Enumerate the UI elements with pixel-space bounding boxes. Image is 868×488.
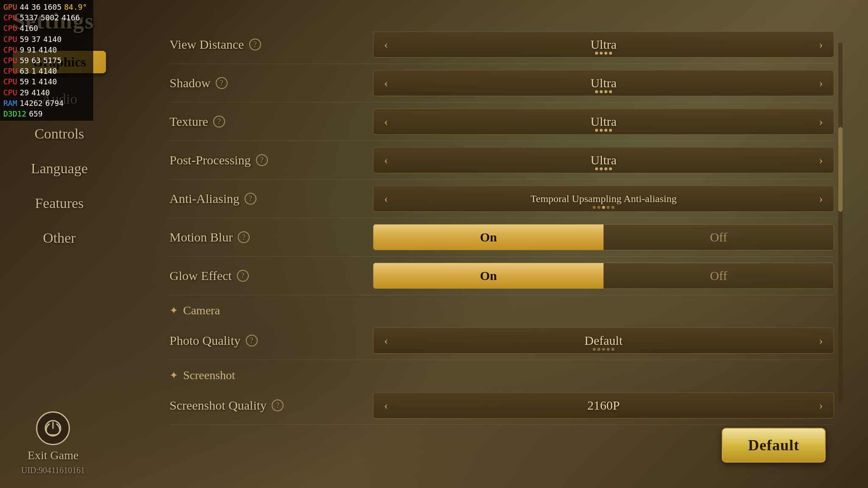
screenshot-section-label: Screenshot bbox=[183, 369, 235, 382]
shadow-prev[interactable]: ‹ bbox=[373, 70, 399, 96]
screenshot-quality-selector[interactable]: ‹ 2160P › bbox=[373, 392, 834, 419]
shadow-help[interactable]: ? bbox=[216, 77, 228, 89]
dot bbox=[593, 348, 596, 351]
view-distance-next[interactable]: › bbox=[808, 32, 834, 57]
post-processing-next[interactable]: › bbox=[808, 147, 834, 173]
anti-aliasing-value: Temporal Upsampling Anti-aliasing bbox=[399, 193, 808, 205]
photo-quality-selector[interactable]: ‹ Default › bbox=[373, 327, 834, 354]
dot bbox=[595, 167, 598, 170]
dot bbox=[595, 129, 598, 132]
shadow-row: Shadow ? ‹ Ultra › bbox=[170, 64, 834, 103]
photo-quality-label: Photo Quality ? bbox=[170, 333, 373, 348]
view-distance-selector[interactable]: ‹ Ultra › bbox=[373, 31, 834, 58]
texture-prev[interactable]: ‹ bbox=[373, 109, 399, 134]
glow-effect-row: Glow Effect ? On Off bbox=[170, 257, 834, 295]
dot bbox=[595, 52, 598, 55]
main-content: View Distance ? ‹ Ultra › Shadow ? bbox=[119, 0, 868, 488]
view-distance-prev[interactable]: ‹ bbox=[373, 32, 399, 57]
anti-aliasing-help[interactable]: ? bbox=[245, 193, 256, 205]
sidebar-item-controls[interactable]: Controls bbox=[0, 116, 119, 151]
photo-quality-row: Photo Quality ? ‹ Default › bbox=[170, 322, 834, 360]
motion-blur-help[interactable]: ? bbox=[238, 231, 250, 243]
shadow-value: Ultra bbox=[399, 76, 808, 90]
camera-section-label: Camera bbox=[183, 304, 220, 317]
anti-aliasing-row: Anti-Aliasing ? ‹ Temporal Upsampling An… bbox=[170, 180, 834, 218]
photo-quality-next[interactable]: › bbox=[808, 328, 834, 353]
dot bbox=[612, 348, 615, 351]
photo-quality-prev[interactable]: ‹ bbox=[373, 328, 399, 353]
screenshot-quality-next[interactable]: › bbox=[808, 393, 834, 418]
screenshot-quality-prev[interactable]: ‹ bbox=[373, 393, 399, 418]
dot bbox=[612, 206, 615, 209]
screenshot-section-header: ✦ Screenshot bbox=[170, 360, 834, 386]
screenshot-quality-label: Screenshot Quality ? bbox=[170, 398, 373, 413]
post-processing-label: Post-Processing ? bbox=[170, 153, 373, 167]
glow-effect-on[interactable]: On bbox=[373, 263, 604, 288]
anti-aliasing-next[interactable]: › bbox=[808, 186, 834, 211]
glow-effect-off[interactable]: Off bbox=[604, 263, 834, 288]
motion-blur-toggle: On Off bbox=[373, 224, 834, 250]
motion-blur-label: Motion Blur ? bbox=[170, 230, 373, 244]
shadow-next[interactable]: › bbox=[808, 70, 834, 96]
dot bbox=[600, 52, 603, 55]
camera-section-header: ✦ Camera bbox=[170, 295, 834, 322]
dot bbox=[600, 167, 603, 170]
dot bbox=[595, 90, 598, 93]
settings-panel: Settings Graphics Audio Controls Languag… bbox=[0, 0, 868, 488]
dot bbox=[604, 52, 607, 55]
texture-label: Texture ? bbox=[170, 114, 373, 129]
texture-next[interactable]: › bbox=[808, 109, 834, 134]
dot bbox=[609, 90, 612, 93]
camera-diamond: ✦ bbox=[170, 305, 178, 316]
sidebar-item-features[interactable]: Features bbox=[0, 186, 119, 221]
dot bbox=[593, 206, 596, 209]
texture-row: Texture ? ‹ Ultra › bbox=[170, 103, 834, 141]
view-distance-value: Ultra bbox=[399, 37, 808, 52]
anti-aliasing-selector[interactable]: ‹ Temporal Upsampling Anti-aliasing › bbox=[373, 186, 834, 212]
motion-blur-on[interactable]: On bbox=[373, 225, 604, 250]
texture-help[interactable]: ? bbox=[213, 116, 225, 128]
post-processing-selector[interactable]: ‹ Ultra › bbox=[373, 147, 834, 173]
dot bbox=[609, 52, 612, 55]
view-distance-row: View Distance ? ‹ Ultra › bbox=[170, 25, 834, 64]
performance-hud: GPU4436160584.9° CPU533750024166 CPU4160… bbox=[0, 0, 93, 121]
motion-blur-row: Motion Blur ? On Off bbox=[170, 218, 834, 257]
texture-value: Ultra bbox=[399, 114, 808, 129]
dot bbox=[602, 206, 605, 209]
scrollbar-thumb[interactable] bbox=[838, 127, 843, 212]
photo-quality-help[interactable]: ? bbox=[246, 335, 258, 347]
view-distance-label: View Distance ? bbox=[170, 37, 373, 52]
motion-blur-off[interactable]: Off bbox=[604, 225, 834, 250]
anti-aliasing-prev[interactable]: ‹ bbox=[373, 186, 399, 211]
dot bbox=[609, 167, 612, 170]
dot bbox=[609, 129, 612, 132]
dot bbox=[604, 90, 607, 93]
screenshot-quality-help[interactable]: ? bbox=[272, 399, 284, 411]
view-distance-help[interactable]: ? bbox=[249, 39, 261, 50]
dot bbox=[604, 167, 607, 170]
dot bbox=[607, 206, 610, 209]
photo-quality-value: Default bbox=[399, 333, 808, 348]
post-processing-help[interactable]: ? bbox=[256, 154, 268, 166]
dot bbox=[598, 206, 601, 209]
screenshot-quality-value: 2160P bbox=[399, 398, 808, 413]
dot bbox=[600, 129, 603, 132]
shadow-label: Shadow ? bbox=[170, 76, 373, 90]
screenshot-diamond: ✦ bbox=[170, 369, 178, 381]
post-processing-row: Post-Processing ? ‹ Ultra › bbox=[170, 141, 834, 180]
sidebar-item-language[interactable]: Language bbox=[0, 151, 119, 186]
post-processing-prev[interactable]: ‹ bbox=[373, 147, 399, 173]
screenshot-quality-row: Screenshot Quality ? ‹ 2160P › bbox=[170, 386, 834, 425]
dot bbox=[607, 348, 610, 351]
glow-effect-toggle: On Off bbox=[373, 263, 834, 289]
shadow-selector[interactable]: ‹ Ultra › bbox=[373, 70, 834, 96]
glow-effect-help[interactable]: ? bbox=[237, 270, 249, 282]
dot bbox=[604, 129, 607, 132]
glow-effect-label: Glow Effect ? bbox=[170, 269, 373, 283]
dot bbox=[598, 348, 601, 351]
texture-selector[interactable]: ‹ Ultra › bbox=[373, 108, 834, 135]
sidebar-item-other[interactable]: Other bbox=[0, 221, 119, 255]
scrollbar[interactable] bbox=[838, 42, 843, 403]
dot bbox=[600, 90, 603, 93]
dot bbox=[602, 348, 605, 351]
